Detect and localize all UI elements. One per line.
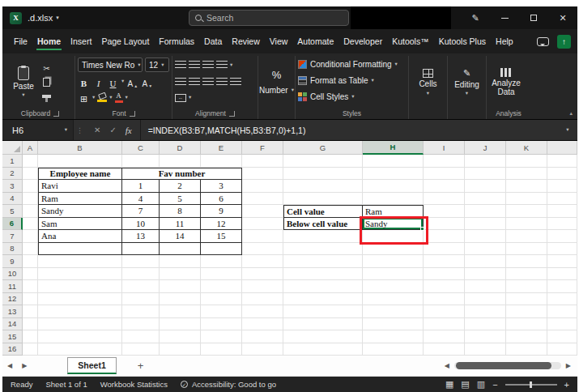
normal-view-button[interactable]: ▦ — [445, 380, 453, 389]
cell-A7[interactable] — [23, 230, 38, 243]
cell-B14[interactable] — [38, 318, 122, 331]
cell-I2[interactable] — [424, 168, 465, 181]
horizontal-scrollbar-thumb[interactable] — [456, 362, 551, 369]
cell-K10[interactable] — [506, 268, 547, 281]
close-button[interactable]: ✕ — [548, 6, 577, 29]
cell-C15[interactable] — [122, 330, 160, 343]
row-header-10[interactable]: 10 — [2, 268, 23, 281]
cell-F14[interactable] — [242, 318, 283, 331]
sheet-count-info[interactable]: Sheet 1 of 1 — [45, 380, 87, 389]
align-left-button[interactable] — [175, 78, 186, 86]
cell-F6[interactable] — [242, 218, 283, 231]
select-all-corner[interactable] — [2, 141, 23, 155]
cell-B8[interactable] — [38, 243, 122, 256]
cell-J6[interactable] — [465, 218, 506, 231]
cell-A11[interactable] — [23, 280, 38, 293]
cell-H7[interactable] — [363, 230, 424, 243]
cell-A3[interactable] — [23, 180, 38, 193]
cell-filler-row-2[interactable] — [547, 168, 577, 181]
cell-A2[interactable] — [23, 168, 38, 181]
cell-filler-row-4[interactable] — [547, 193, 577, 206]
cell-A8[interactable] — [23, 243, 38, 256]
new-sheet-button[interactable]: + — [138, 360, 144, 372]
row-header-2[interactable]: 2 — [2, 168, 23, 181]
cell-K6[interactable] — [506, 218, 547, 231]
zoom-out-button[interactable]: − — [492, 380, 497, 390]
cell-C2[interactable]: Fav number — [122, 168, 242, 181]
cell-A1[interactable] — [23, 155, 38, 168]
cell-C16[interactable] — [122, 343, 160, 356]
cell-E3[interactable]: 3 — [201, 180, 242, 193]
decrease-font-size-button[interactable]: A▼ — [141, 75, 153, 88]
menu-tab-home[interactable]: Home — [32, 29, 66, 53]
search-input[interactable] — [206, 13, 320, 23]
cell-D7[interactable]: 14 — [160, 230, 201, 243]
number-format-dropdown[interactable]: Number▾ — [259, 84, 294, 96]
draw-pen-icon[interactable]: ✎ — [461, 6, 490, 29]
cell-H11[interactable] — [363, 280, 424, 293]
fill-handle[interactable] — [420, 227, 424, 231]
cell-J7[interactable] — [465, 230, 506, 243]
cell-J14[interactable] — [465, 318, 506, 331]
row-header-3[interactable]: 3 — [2, 180, 23, 193]
cell-B16[interactable] — [38, 343, 122, 356]
cell-G11[interactable] — [283, 280, 363, 293]
cell-J11[interactable] — [465, 280, 506, 293]
cell-J10[interactable] — [465, 268, 506, 281]
cell-D4[interactable]: 5 — [160, 193, 201, 206]
cell-D9[interactable] — [160, 255, 201, 268]
cell-A5[interactable] — [23, 205, 38, 218]
cell-A16[interactable] — [23, 343, 38, 356]
italic-button[interactable]: I — [92, 75, 104, 88]
cell-B15[interactable] — [38, 330, 122, 343]
cancel-entry-button[interactable]: ✕ — [94, 126, 100, 134]
cell-D3[interactable]: 2 — [160, 180, 201, 193]
cell-F11[interactable] — [242, 280, 283, 293]
cell-D6[interactable]: 11 — [160, 218, 201, 231]
menu-tab-developer[interactable]: Developer — [338, 29, 387, 53]
column-header-B[interactable]: B — [38, 141, 122, 155]
zoom-slider[interactable] — [505, 384, 557, 386]
cell-E15[interactable] — [201, 330, 242, 343]
merge-center-chevron-icon[interactable]: ▾ — [189, 95, 191, 100]
cell-I8[interactable] — [424, 243, 465, 256]
cell-J15[interactable] — [465, 330, 506, 343]
cell-C5[interactable]: 7 — [122, 205, 160, 218]
cell-B11[interactable] — [38, 280, 122, 293]
cell-E1[interactable] — [201, 155, 242, 168]
orientation-button[interactable] — [216, 61, 228, 69]
cell-I3[interactable] — [424, 180, 465, 193]
cell-E13[interactable] — [201, 305, 242, 318]
row-header-9[interactable]: 9 — [2, 255, 23, 268]
cell-styles-button[interactable]: Cell Styles▾ — [298, 89, 406, 104]
bold-button[interactable]: B — [78, 75, 90, 88]
cell-C8[interactable] — [122, 243, 160, 256]
cell-I15[interactable] — [424, 330, 465, 343]
cell-D16[interactable] — [160, 343, 201, 356]
top-align-button[interactable] — [175, 61, 186, 69]
cell-H8[interactable] — [363, 243, 424, 256]
font-dialog-launcher[interactable] — [130, 111, 135, 117]
cell-K8[interactable] — [506, 243, 547, 256]
cell-F1[interactable] — [242, 155, 283, 168]
menu-tab-view[interactable]: View — [265, 29, 293, 53]
share-button[interactable]: ↑ — [557, 35, 571, 49]
cell-G6[interactable]: Below cell value — [283, 218, 363, 231]
row-header-15[interactable]: 15 — [2, 330, 23, 343]
wrap-text-button[interactable] — [230, 78, 241, 86]
fill-color-button[interactable] — [97, 93, 107, 102]
cell-C12[interactable] — [122, 293, 160, 306]
cell-G4[interactable] — [283, 193, 363, 206]
alignment-dialog-launcher[interactable] — [229, 111, 235, 117]
row-header-14[interactable]: 14 — [2, 318, 23, 331]
row-header-16[interactable]: 16 — [2, 343, 23, 356]
name-box-chevron-icon[interactable]: ▾ — [65, 127, 67, 133]
workbook-statistics-button[interactable]: Workbook Statistics — [100, 380, 168, 389]
cell-A14[interactable] — [23, 318, 38, 331]
menu-tab-automate[interactable]: Automate — [292, 29, 338, 53]
cell-F16[interactable] — [242, 343, 283, 356]
cell-F9[interactable] — [242, 255, 283, 268]
menu-tab-kutools[interactable]: Kutools™ — [387, 29, 434, 53]
percent-style-button[interactable]: % — [272, 69, 282, 81]
workbook-filename[interactable]: .d.xlsx — [28, 13, 53, 23]
